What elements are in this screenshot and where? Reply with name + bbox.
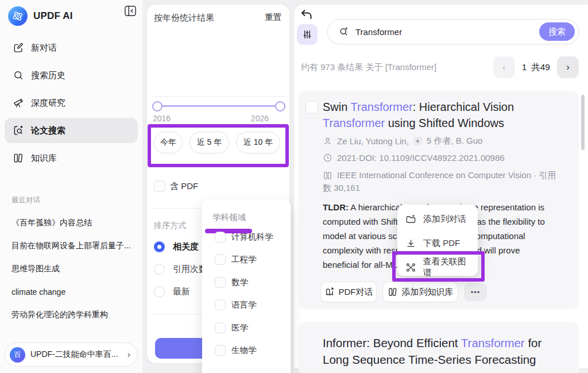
venue-row: IEEE International Conference on Compute…	[323, 170, 556, 181]
reset-button[interactable]: 重置	[265, 12, 281, 23]
recent-chat-item[interactable]: 目前在物联网设备上部署后量子...	[5, 236, 138, 256]
pdf-chat-button[interactable]: PDF对话	[320, 282, 377, 302]
radio-icon[interactable]	[154, 286, 165, 297]
back-button[interactable]	[300, 8, 316, 23]
results-count-text: 约有 973 条结果 关于 [Transformer]	[301, 62, 436, 73]
search-icon	[338, 26, 350, 37]
checkbox[interactable]	[215, 277, 226, 288]
year-stats-title: 按年份统计结果	[154, 13, 214, 24]
scrollbar-thumb[interactable]	[581, 95, 585, 150]
subject-option-linguistics[interactable]: 语言学	[215, 299, 257, 310]
sliders-icon	[301, 29, 313, 40]
new-chat-icon	[13, 42, 24, 53]
download-icon	[405, 238, 416, 249]
sidebar-item-paper-search[interactable]: 论文搜索	[5, 118, 138, 143]
book-chat-icon	[324, 287, 335, 297]
logo-row: UPDF AI	[8, 6, 137, 26]
search-query-text: Transformer	[355, 27, 539, 37]
paper-title[interactable]: Swin Transformer: Hierarchical Vision Tr…	[323, 99, 564, 131]
avatar: 百	[10, 347, 25, 363]
slider-min-label: 2016	[153, 114, 171, 123]
subject-option-engineering[interactable]: 工程学	[215, 254, 257, 265]
checkbox[interactable]	[215, 345, 226, 356]
recent-chat-item[interactable]: 思维导图生成	[5, 259, 138, 279]
sort-by-label: 排序方式	[154, 221, 186, 231]
telescope-icon	[13, 97, 24, 109]
slider-handle-max[interactable]	[275, 101, 285, 111]
checkbox[interactable]	[215, 254, 226, 265]
year-range-slider[interactable]	[157, 105, 280, 107]
sort-option-newest[interactable]: 最新	[154, 286, 190, 297]
filters-toggle-button[interactable]	[297, 24, 318, 45]
app-title: UPDF AI	[33, 10, 73, 22]
result-select-checkbox[interactable]	[305, 101, 318, 114]
sidebar-item-label: 深度研究	[31, 98, 65, 109]
sort-option-relevance[interactable]: 相关度	[154, 241, 199, 252]
menu-item-download-pdf[interactable]: 下载 PDF	[401, 233, 474, 253]
radio-icon[interactable]	[154, 264, 165, 275]
recent-chat-item[interactable]: climate change	[5, 282, 138, 302]
subject-area-title: 学科领域	[212, 212, 246, 223]
user-name: UPDF-二技能命中率百...	[30, 349, 127, 360]
annotation-box-year-buttons	[148, 124, 289, 167]
add-to-knowledge-base-button[interactable]: 添加到知识库	[382, 282, 458, 302]
subject-area-dropdown: 学科领域 计算机科学 工程学 数学 语言学 医学 生物学	[202, 199, 291, 373]
subject-option-cs[interactable]: 计算机科学	[215, 232, 273, 243]
chevron-right-icon: ›	[127, 349, 130, 360]
result-card-informer: Informer: Beyond Efficient Transformer f…	[299, 322, 579, 373]
more-actions-button[interactable]: •••	[464, 283, 487, 301]
search-button[interactable]: 搜索	[539, 22, 575, 41]
year-doi-row: 2021·DOI: 10.1109/ICCV48922.2021.00986	[323, 153, 505, 163]
checkbox[interactable]	[215, 322, 226, 333]
sidebar-item-label: 论文搜索	[31, 125, 65, 136]
sidebar-item-label: 搜索历史	[31, 70, 65, 81]
search-input[interactable]: Transformer 搜索	[327, 19, 579, 44]
has-pdf-checkbox[interactable]	[154, 180, 165, 192]
expand-authors-icon[interactable]: +	[413, 137, 422, 145]
slider-handle-min[interactable]	[152, 101, 163, 111]
subject-option-biology[interactable]: 生物学	[215, 345, 257, 356]
citations-count: 数 30,161	[323, 183, 360, 194]
checkbox[interactable]	[215, 299, 226, 310]
subject-option-medicine[interactable]: 医学	[215, 322, 248, 333]
app-window: UPDF AI 新对话 搜索历史	[0, 0, 588, 373]
sidebar-item-new-chat[interactable]: 新对话	[5, 35, 138, 60]
annotation-box-view-graph	[392, 251, 485, 282]
total-pages: 共49	[531, 61, 550, 74]
pagination: ‹ 1 共49 ›	[493, 56, 579, 78]
sidebar-item-search-history[interactable]: 搜索历史	[5, 63, 138, 88]
folder-plus-icon	[405, 214, 416, 225]
radio-selected-icon[interactable]	[154, 241, 165, 252]
checkbox[interactable]	[215, 232, 226, 243]
sidebar-collapse-button[interactable]	[123, 4, 138, 18]
user-account-card[interactable]: 百 UPDF-二技能命中率百... ›	[5, 343, 138, 367]
recent-chat-item[interactable]: 《百年孤独》内容总结	[5, 213, 138, 233]
search-results-panel: Transformer 搜索 约有 973 条结果 关于 [Transforme…	[294, 5, 588, 368]
has-pdf-filter: 含 PDF	[154, 180, 198, 192]
sidebar-item-knowledge-base[interactable]: 知识库	[5, 145, 138, 171]
current-page: 1	[522, 62, 527, 72]
next-page-button[interactable]: ›	[557, 56, 579, 78]
histogram-baseline	[154, 96, 287, 97]
authors-row: Ze Liu, Yutong Lin, + 5 作者, B. Guo	[323, 136, 482, 147]
has-pdf-label: 含 PDF	[170, 181, 198, 192]
sidebar-item-label: 知识库	[31, 153, 57, 164]
books-icon	[388, 287, 398, 297]
search-history-icon	[13, 70, 24, 81]
clock-icon	[323, 153, 332, 163]
prev-page-button[interactable]: ‹	[493, 56, 515, 78]
paper-title[interactable]: Informer: Beyond Efficient Transformer f…	[323, 334, 564, 368]
recent-chats-label: 最近对话	[11, 195, 40, 205]
recent-chat-item[interactable]: 劳动异化理论的跨学科重构	[5, 305, 138, 325]
books-icon	[13, 152, 24, 164]
slider-max-label: 2026	[251, 114, 269, 123]
person-icon	[323, 136, 332, 146]
menu-item-add-to-chat[interactable]: 添加到对话	[401, 209, 474, 229]
sidebar: UPDF AI 新对话 搜索历史	[0, 0, 142, 373]
subject-option-math[interactable]: 数学	[215, 277, 248, 288]
paper-search-icon	[13, 125, 24, 136]
sidebar-item-deep-research[interactable]: 深度研究	[5, 90, 138, 116]
updf-logo-icon	[8, 6, 28, 26]
book-icon	[323, 171, 332, 180]
sort-option-citations[interactable]: 引用次数	[154, 264, 207, 275]
